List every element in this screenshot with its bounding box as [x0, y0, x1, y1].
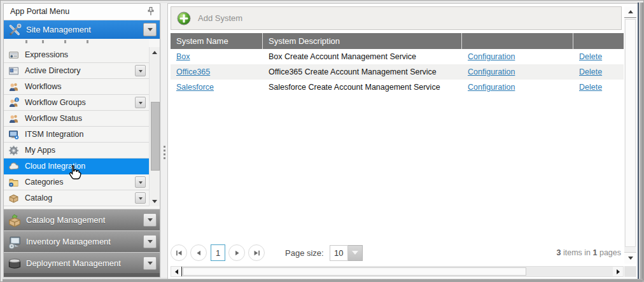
items-summary: 3 items in 1 pages: [557, 242, 621, 264]
section-label: Deployment Management: [26, 258, 143, 268]
add-system-label: Add System: [198, 13, 242, 23]
section-expand-button[interactable]: [143, 213, 157, 227]
person-info-icon: [8, 97, 19, 108]
scroll-up-icon[interactable]: [150, 47, 160, 57]
page-size-dropdown-arrow-icon[interactable]: [348, 245, 363, 261]
table-header: System Name System Description: [171, 33, 624, 49]
sidebar-title: App Portal Menu: [10, 7, 69, 16]
table-row: Box Box Create Account Management Servic…: [171, 49, 624, 64]
sidebar: App Portal Menu Site Management Expressi…: [3, 3, 160, 278]
section-expand-button[interactable]: [143, 235, 157, 248]
sidebar-item-workflow-groups[interactable]: Workflow Groups: [4, 95, 149, 111]
previous-page-button[interactable]: [190, 244, 207, 261]
window-shadow-right: [640, 3, 643, 281]
sidebar-item-active-directory[interactable]: Active Directory: [4, 63, 149, 79]
box-icon: [8, 193, 19, 203]
system-name-link[interactable]: Salesforce: [176, 83, 214, 92]
scrollbar-thumb[interactable]: [625, 19, 636, 247]
sidebar-bottom-strip: [4, 273, 160, 277]
system-name-link[interactable]: Office365: [176, 67, 210, 76]
scroll-down-icon[interactable]: [150, 196, 160, 206]
table-row: Office365 Office365 Create Account Manag…: [171, 64, 624, 80]
add-system-button[interactable]: Add System: [171, 7, 250, 29]
splitter-grip-icon: [164, 146, 165, 148]
column-header-system-description: System Description: [263, 33, 462, 49]
drive-icon: [8, 257, 22, 270]
section-label: Catalog Management: [26, 215, 143, 225]
panel-splitter[interactable]: [161, 3, 167, 278]
item-dropdown-button[interactable]: [135, 97, 146, 108]
sidebar-item-categories[interactable]: Categories: [4, 174, 149, 190]
person-icon: [8, 81, 19, 92]
scroll-up-icon[interactable]: [624, 6, 636, 18]
id-card-icon: [8, 66, 19, 76]
page-number-button[interactable]: 1: [211, 244, 225, 261]
scroll-right-icon[interactable]: [613, 267, 623, 276]
pin-icon[interactable]: [147, 6, 155, 17]
sidebar-item-cloud-integration[interactable]: Cloud Integration: [4, 159, 149, 174]
sidebar-item-my-apps[interactable]: My Apps: [4, 143, 149, 159]
system-description: Box Create Account Management Service: [263, 49, 462, 64]
horizontal-scrollbar[interactable]: [171, 266, 624, 277]
items-count: 3: [557, 248, 561, 257]
app-portal-window: App Portal Menu Site Management Expressi…: [0, 0, 644, 282]
delete-link[interactable]: Delete: [579, 67, 602, 76]
sidebar-item-workflows[interactable]: Workflows: [4, 79, 149, 95]
add-plus-icon: [177, 11, 191, 25]
monitor-disc-icon: [8, 236, 22, 248]
configuration-link[interactable]: Configuration: [468, 67, 515, 76]
monitor-gear-icon: [8, 129, 19, 139]
scroll-down-icon[interactable]: [624, 252, 636, 264]
sidebar-item-workflow-status[interactable]: Workflow Status: [4, 111, 149, 127]
folder-gear-icon: [8, 177, 19, 187]
page-size-value[interactable]: 10: [330, 245, 348, 261]
scrollbar-thumb[interactable]: [151, 102, 160, 171]
sidebar-section-site-management[interactable]: Site Management: [4, 20, 160, 39]
first-page-button[interactable]: [171, 244, 187, 261]
cloud-icon: [8, 161, 19, 171]
page-size-label: Page size:: [285, 248, 324, 258]
delete-link[interactable]: Delete: [579, 52, 602, 61]
sidebar-section-inventory-management[interactable]: Inventory Management: [4, 230, 160, 252]
sidebar-section-deployment-management[interactable]: Deployment Management: [4, 252, 160, 274]
last-page-button[interactable]: [248, 244, 265, 261]
pages-count: 1: [593, 248, 598, 257]
sidebar-scrollbar[interactable]: [149, 47, 160, 206]
item-dropdown-button[interactable]: [135, 65, 146, 76]
sidebar-section-catalog-management[interactable]: Catalog Management: [4, 209, 160, 230]
box-leaf-icon: [8, 214, 22, 227]
item-dropdown-button[interactable]: [135, 176, 146, 188]
system-name-link[interactable]: Box: [176, 52, 190, 61]
main-panel: Add System System Name System Descriptio…: [167, 3, 638, 279]
sidebar-item-expressions[interactable]: Expressions: [4, 47, 149, 63]
scrollbar-corner: [624, 266, 636, 277]
table-row: Salesforce Salesforce Create Account Man…: [171, 80, 624, 95]
sidebar-item-catalog[interactable]: Catalog: [4, 190, 149, 206]
sidebar-item-itsm-integration[interactable]: ITSM Integration: [4, 127, 149, 143]
scroll-left-icon[interactable]: [171, 267, 182, 276]
section-collapse-button[interactable]: [143, 23, 157, 36]
gear-icon: [8, 145, 19, 155]
pagination-bar: 1 Page size: 10: [171, 242, 624, 264]
next-page-button[interactable]: [228, 244, 245, 261]
vertical-scrollbar[interactable]: [624, 6, 636, 264]
tools-icon: [8, 24, 22, 36]
system-description: Salesforce Create Account Management Ser…: [263, 80, 462, 95]
section-label: Site Management: [26, 25, 143, 34]
page-size-dropdown[interactable]: 10: [330, 245, 363, 261]
sidebar-title-bar: App Portal Menu: [4, 4, 160, 20]
column-header-system-name: System Name: [171, 33, 263, 49]
column-header-delete: [573, 33, 624, 49]
scrollbar-thumb[interactable]: [183, 267, 526, 276]
clipped-list-item: [4, 39, 149, 48]
sidebar-item-list: Expressions Active Directory Workflows: [4, 47, 149, 206]
configuration-link[interactable]: Configuration: [468, 83, 515, 92]
expressions-icon: [8, 50, 19, 60]
system-description: Office365 Create Account Management Serv…: [263, 64, 462, 80]
window-edge: [638, 3, 639, 280]
person-icon: [8, 113, 19, 123]
configuration-link[interactable]: Configuration: [468, 52, 515, 61]
item-dropdown-button[interactable]: [135, 192, 146, 204]
delete-link[interactable]: Delete: [579, 83, 602, 92]
section-expand-button[interactable]: [143, 257, 157, 270]
